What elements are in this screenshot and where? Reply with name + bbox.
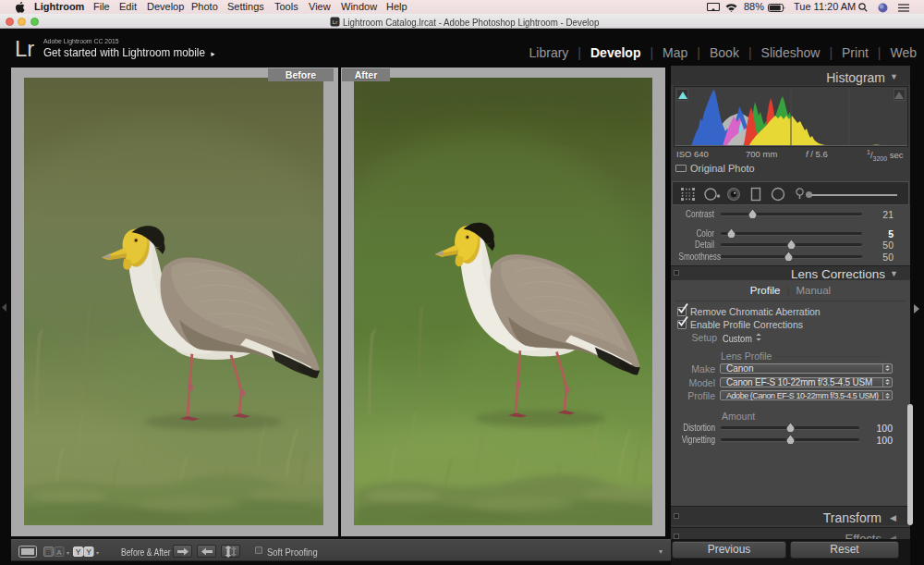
svg-text:Y: Y <box>76 547 81 557</box>
svg-text:B: B <box>46 548 51 557</box>
svg-text:Y: Y <box>86 547 91 557</box>
svg-text:Lr: Lr <box>333 19 337 25</box>
svg-text:A: A <box>56 548 62 557</box>
